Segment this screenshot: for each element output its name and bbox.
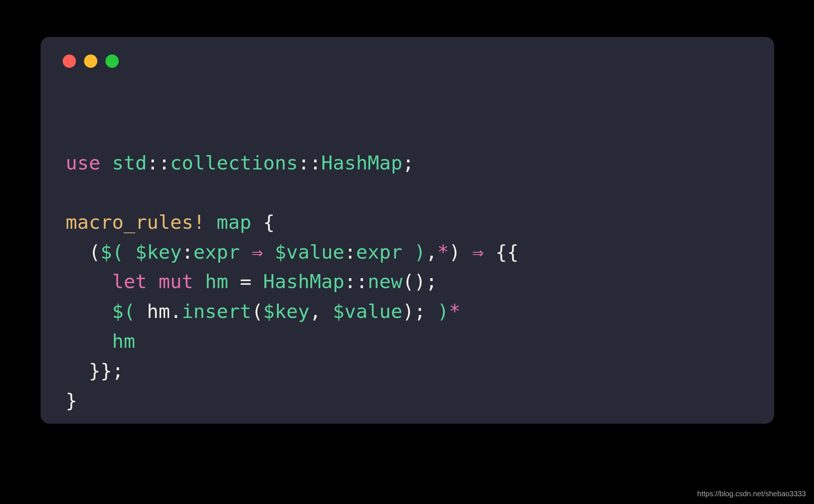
code-token bbox=[147, 270, 159, 293]
code-token: macro_rules! bbox=[66, 211, 205, 233]
window-traffic-lights bbox=[63, 55, 119, 68]
code-card: use std::collections::HashMap; macro_rul… bbox=[41, 37, 774, 424]
code-token: use bbox=[66, 152, 101, 174]
code-token: * bbox=[437, 241, 449, 263]
code-token: : bbox=[182, 241, 194, 263]
code-token: ) bbox=[414, 241, 426, 263]
code-token: hm bbox=[205, 270, 228, 293]
code-token: $( bbox=[112, 300, 135, 322]
code-token: * bbox=[449, 300, 461, 322]
watermark-text: https://blog.csdn.net/shebao3333 bbox=[697, 490, 806, 498]
code-token: }}; bbox=[66, 360, 124, 382]
code-token bbox=[194, 270, 205, 293]
zoom-icon bbox=[105, 55, 119, 68]
code-token: let bbox=[112, 270, 147, 293]
code-token: expr bbox=[356, 241, 403, 263]
code-token: ) bbox=[437, 300, 449, 322]
code-token bbox=[101, 152, 112, 174]
code-token: $value bbox=[333, 300, 403, 322]
code-token: {{ bbox=[484, 241, 519, 263]
code-token: new bbox=[368, 270, 403, 293]
code-token: $( bbox=[101, 241, 124, 263]
code-token: collections bbox=[170, 152, 298, 174]
code-token: { bbox=[251, 211, 275, 233]
code-token: ) bbox=[449, 241, 472, 263]
code-token: HashMap bbox=[321, 152, 403, 174]
code-token: ( bbox=[89, 241, 101, 263]
code-token: map bbox=[217, 211, 252, 233]
code-block: use std::collections::HashMap; macro_rul… bbox=[66, 148, 519, 415]
code-token: ( bbox=[251, 300, 263, 322]
code-token: ); bbox=[403, 300, 438, 322]
code-token: std bbox=[112, 152, 147, 174]
code-token: mut bbox=[159, 270, 194, 293]
code-token: : bbox=[344, 241, 356, 263]
code-token bbox=[124, 241, 136, 263]
code-token bbox=[403, 241, 414, 263]
code-token: HashMap bbox=[263, 270, 345, 293]
code-token bbox=[66, 241, 89, 263]
code-token: ; bbox=[403, 152, 414, 174]
code-token: :: bbox=[344, 270, 368, 293]
code-token: , bbox=[310, 300, 333, 322]
code-token: insert bbox=[182, 300, 251, 322]
code-token: $value bbox=[275, 241, 344, 263]
code-token: :: bbox=[147, 152, 170, 174]
code-token: :: bbox=[298, 152, 321, 174]
code-token: $key bbox=[263, 300, 310, 322]
code-token: = bbox=[228, 270, 263, 293]
code-token: ⇒ bbox=[251, 241, 263, 263]
code-token bbox=[66, 300, 112, 322]
code-token bbox=[263, 241, 275, 263]
code-token: , bbox=[426, 241, 438, 263]
code-token bbox=[66, 330, 112, 352]
close-icon bbox=[63, 55, 76, 68]
code-token bbox=[205, 211, 217, 233]
code-token: expr bbox=[194, 241, 240, 263]
code-token: (); bbox=[403, 270, 438, 293]
code-token bbox=[66, 270, 112, 293]
code-token: $key bbox=[135, 241, 182, 263]
code-token: hm bbox=[112, 330, 135, 352]
code-token bbox=[240, 241, 252, 263]
code-token: hm. bbox=[135, 300, 182, 322]
code-token: } bbox=[66, 389, 77, 412]
minimize-icon bbox=[84, 55, 97, 68]
code-token: ⇒ bbox=[472, 241, 484, 263]
